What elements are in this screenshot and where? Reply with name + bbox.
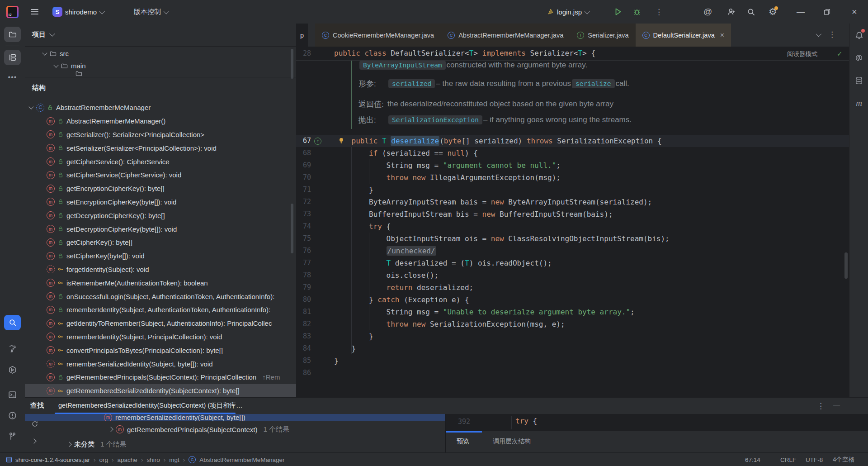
reader-mode-label[interactable]: 阅读器模式 bbox=[787, 50, 818, 58]
structure-item[interactable]: mgetIdentityToRemember(Subject, Authenti… bbox=[25, 317, 296, 330]
find-hide-icon[interactable]: — bbox=[833, 400, 840, 408]
preview-code[interactable]: try { bbox=[515, 417, 537, 425]
structure-item[interactable]: mrememberIdentity(Subject, PrincipalColl… bbox=[25, 330, 296, 344]
code-line-78[interactable]: 78 ois.close(); bbox=[296, 269, 849, 281]
structure-item[interactable]: mgetSerializer(): Serializer<PrincipalCo… bbox=[25, 128, 296, 142]
settings-button[interactable]: ⚙ bbox=[769, 0, 777, 24]
code-line-70[interactable]: 70 throw new IllegalArgumentException(ms… bbox=[296, 171, 849, 184]
maven-button[interactable]: m bbox=[852, 96, 866, 110]
run-more-button[interactable]: ⋮ bbox=[655, 0, 663, 24]
tab-close-icon[interactable]: × bbox=[720, 31, 724, 39]
vcs-toolwindow-button[interactable] bbox=[4, 428, 21, 444]
structure-item[interactable]: mgetRememberedPrincipals(SubjectContext)… bbox=[25, 371, 296, 384]
editor-tab-AbstractRememberMeManager.java[interactable]: CAbstractRememberMeManager.java bbox=[441, 24, 570, 47]
code-line-73[interactable]: 73 BufferedInputStream bis = new Buffere… bbox=[296, 208, 849, 220]
code-line-77[interactable]: 77 T deserialized = (T) ois.readObject()… bbox=[296, 257, 849, 269]
minimize-button[interactable]: — bbox=[797, 0, 805, 24]
find-toolwindow-button[interactable] bbox=[4, 315, 21, 330]
find-result-group[interactable]: mgetRememberedPrincipals(SubjectContext)… bbox=[109, 423, 289, 436]
find-result-tab[interactable]: getRememberedSerializedIdentity(SubjectC… bbox=[58, 401, 243, 410]
caret-position-widget[interactable]: 67:14 bbox=[745, 453, 760, 466]
code-line-79[interactable]: 79 return deserialized; bbox=[296, 281, 849, 294]
notifications-button[interactable] bbox=[852, 28, 866, 43]
editor-scrollbar-thumb[interactable] bbox=[844, 252, 848, 279]
at-plugin-button[interactable]: @ bbox=[703, 0, 712, 24]
run-button[interactable] bbox=[614, 0, 622, 24]
code-with-me-button[interactable] bbox=[727, 0, 736, 24]
code-line-83[interactable]: 83 } bbox=[296, 330, 849, 342]
editor-tab-DefaultSerializer.java[interactable]: CDefaultSerializer.java× bbox=[636, 24, 731, 47]
breadcrumb-jar[interactable]: shiro-core-1.2.4-sources.jar bbox=[15, 456, 90, 463]
structure-panel-header[interactable]: 结构 bbox=[25, 77, 296, 99]
structure-item[interactable]: mrememberSerializedIdentity(Subject, byt… bbox=[25, 357, 296, 371]
breadcrumb-item[interactable]: org bbox=[99, 456, 108, 463]
structure-item[interactable]: msetEncryptionCipherKey(byte[]): void bbox=[25, 195, 296, 209]
structure-item[interactable]: mgetDecryptionCipherKey(): byte[] bbox=[25, 209, 296, 222]
editor-tab-CookieRememberMeManager.java[interactable]: CCookieRememberMeManager.java bbox=[315, 24, 441, 47]
problems-toolwindow-button[interactable] bbox=[4, 408, 21, 423]
code-line-74[interactable]: 74 try { bbox=[296, 220, 849, 233]
services-toolwindow-button[interactable] bbox=[4, 362, 21, 377]
close-button[interactable]: × bbox=[852, 0, 857, 24]
breadcrumb[interactable]: shiro-core-1.2.4-sources.jar ›org›apache… bbox=[6, 453, 284, 466]
code-line-72[interactable]: 72 ByteArrayInputStream bais = new ByteA… bbox=[296, 196, 849, 208]
editor-tab-p[interactable]: p bbox=[296, 24, 308, 47]
database-button[interactable] bbox=[852, 73, 866, 88]
code-line-82[interactable]: 82 throw new SerializationException(msg,… bbox=[296, 318, 849, 330]
structure-item[interactable]: misRememberMe(AuthenticationToken): bool… bbox=[25, 276, 296, 290]
inspections-ok-icon[interactable]: ✓ bbox=[837, 50, 843, 58]
indent-widget[interactable]: 4个空格 bbox=[833, 453, 854, 466]
structure-item[interactable]: msetCipherKey(byte[]): void bbox=[25, 249, 296, 263]
restore-button[interactable] bbox=[824, 0, 830, 24]
breadcrumb-item[interactable]: mgt bbox=[169, 456, 179, 463]
find-result-row[interactable]: mrememberSerializedIdentity(Subject, byt… bbox=[25, 414, 445, 421]
structure-item[interactable]: monSuccessfulLogin(Subject, Authenticati… bbox=[25, 290, 296, 303]
search-everywhere-button[interactable] bbox=[747, 0, 755, 24]
main-menu-button[interactable] bbox=[31, 0, 38, 24]
project-widget[interactable]: S shirodemo bbox=[52, 0, 104, 24]
structure-item[interactable]: mAbstractRememberMeManager() bbox=[25, 114, 296, 128]
code-line-68[interactable]: 68 if (serialized == null) { bbox=[296, 147, 849, 159]
structure-scrollbar-thumb[interactable] bbox=[291, 204, 293, 253]
find-refresh-button[interactable] bbox=[31, 420, 38, 428]
build-toolwindow-button[interactable] bbox=[4, 341, 21, 356]
run-configuration-selector[interactable]: login.jsp bbox=[547, 0, 589, 24]
editor-tab-Serializer.java[interactable]: ISerializer.java bbox=[570, 24, 635, 47]
tab-call-hierarchy[interactable]: 调用层次结构 bbox=[493, 437, 531, 446]
structure-item[interactable]: mgetCipherKey(): byte[] bbox=[25, 236, 296, 249]
structure-item[interactable]: msetSerializer(Serializer<PrincipalColle… bbox=[25, 141, 296, 155]
structure-item[interactable]: mforgetIdentity(Subject): void bbox=[25, 263, 296, 276]
debug-button[interactable] bbox=[633, 0, 641, 24]
structure-toolwindow-button[interactable] bbox=[4, 50, 21, 65]
find-result-category[interactable]: 未分类1 个结果 bbox=[67, 437, 127, 451]
code-line-84[interactable]: 84 } bbox=[296, 342, 849, 355]
structure-item[interactable]: mgetRememberedSerializedIdentity(Subject… bbox=[25, 384, 296, 397]
project-scrollbar-thumb[interactable] bbox=[291, 49, 293, 79]
breadcrumb-item[interactable]: shiro bbox=[146, 456, 160, 463]
code-line-85[interactable]: 85} bbox=[296, 355, 849, 367]
structure-item[interactable]: msetCipherService(CipherService): void bbox=[25, 168, 296, 182]
code-line-69[interactable]: 69 String msg = "argument cannot be null… bbox=[296, 159, 849, 171]
tree-item-src[interactable]: src bbox=[43, 50, 296, 57]
code-line-86[interactable]: 86 bbox=[296, 367, 849, 379]
code-line-75[interactable]: 75 ObjectInputStream ois = new ClassReso… bbox=[296, 233, 849, 245]
find-tab-close-icon[interactable]: × bbox=[227, 401, 231, 409]
structure-item[interactable]: mrememberIdentity(Subject, Authenticatio… bbox=[25, 303, 296, 317]
terminal-toolwindow-button[interactable] bbox=[4, 387, 21, 402]
breadcrumb-class[interactable]: AbstractRememberMeManager bbox=[199, 456, 284, 463]
editor-content[interactable]: ByteArrayInputStream constructed with th… bbox=[296, 47, 849, 397]
tree-item-partial[interactable] bbox=[75, 70, 296, 77]
tabs-more-kebab-icon[interactable]: ⋮ bbox=[828, 30, 836, 39]
structure-item[interactable]: mgetEncryptionCipherKey(): byte[] bbox=[25, 182, 296, 195]
breadcrumb-item[interactable]: apache bbox=[118, 456, 137, 463]
sticky-line[interactable]: 28 public class DefaultSerializer<T> imp… bbox=[296, 47, 849, 61]
find-expander[interactable] bbox=[32, 439, 36, 443]
override-gutter-icon[interactable]: ↑ bbox=[314, 138, 321, 145]
structure-item[interactable]: mgetCipherService(): CipherService bbox=[25, 155, 296, 168]
tabs-dropdown-chevron-icon[interactable] bbox=[816, 31, 822, 37]
project-panel-header[interactable]: 项目 bbox=[25, 24, 296, 45]
code-line-76[interactable]: 76 /unchecked/ bbox=[296, 245, 849, 257]
structure-item[interactable]: CAbstractRememberMeManager bbox=[25, 101, 296, 114]
tab-preview[interactable]: 预览 bbox=[457, 437, 469, 446]
line-ending-widget[interactable]: CRLF bbox=[780, 453, 796, 466]
